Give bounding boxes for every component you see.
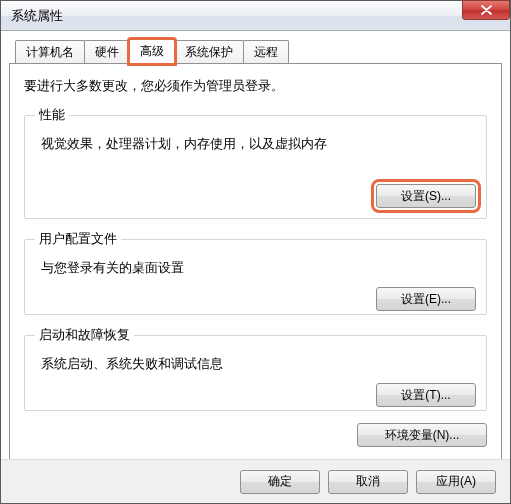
tab-computer-name[interactable]: 计算机名 <box>15 40 85 64</box>
env-row: 环境变量(N)... <box>24 423 487 447</box>
startup-recovery-desc: 系统启动、系统失败和调试信息 <box>41 356 476 373</box>
tab-strip: 计算机名 硬件 高级 系统保护 远程 <box>9 39 502 63</box>
user-profiles-desc: 与您登录有关的桌面设置 <box>41 260 476 277</box>
user-profiles-legend: 用户配置文件 <box>35 231 121 248</box>
close-icon <box>481 5 492 15</box>
tab-advanced[interactable]: 高级 <box>129 39 175 64</box>
system-properties-window: 系统属性 计算机名 硬件 高级 系统保护 远程 要进行大多数更改，您必须作为管理… <box>0 0 511 504</box>
startup-recovery-group: 启动和故障恢复 系统启动、系统失败和调试信息 设置(T)... <box>24 327 487 411</box>
advanced-panel: 要进行大多数更改，您必须作为管理员登录。 性能 视觉效果，处理器计划，内存使用，… <box>9 63 502 488</box>
user-profiles-settings-button[interactable]: 设置(E)... <box>376 287 476 311</box>
dialog-footer: 确定 取消 应用(A) <box>1 459 510 503</box>
performance-settings-button[interactable]: 设置(S)... <box>376 184 476 208</box>
environment-variables-button[interactable]: 环境变量(N)... <box>357 423 487 447</box>
cancel-button[interactable]: 取消 <box>328 470 408 494</box>
startup-recovery-settings-button[interactable]: 设置(T)... <box>376 383 476 407</box>
ok-button[interactable]: 确定 <box>240 470 320 494</box>
user-profiles-group: 用户配置文件 与您登录有关的桌面设置 设置(E)... <box>24 231 487 315</box>
startup-recovery-legend: 启动和故障恢复 <box>35 327 134 344</box>
tab-hardware[interactable]: 硬件 <box>84 40 130 64</box>
tab-remote[interactable]: 远程 <box>243 40 289 64</box>
window-title: 系统属性 <box>11 7 63 25</box>
tab-system-protection[interactable]: 系统保护 <box>174 40 244 64</box>
titlebar: 系统属性 <box>1 1 510 31</box>
performance-desc: 视觉效果，处理器计划，内存使用，以及虚拟内存 <box>41 136 476 153</box>
apply-button[interactable]: 应用(A) <box>416 470 496 494</box>
content-area: 计算机名 硬件 高级 系统保护 远程 要进行大多数更改，您必须作为管理员登录。 … <box>1 31 510 488</box>
performance-legend: 性能 <box>35 107 69 124</box>
performance-group: 性能 视觉效果，处理器计划，内存使用，以及虚拟内存 设置(S)... <box>24 107 487 219</box>
admin-note: 要进行大多数更改，您必须作为管理员登录。 <box>24 78 487 95</box>
close-button[interactable] <box>462 0 510 20</box>
